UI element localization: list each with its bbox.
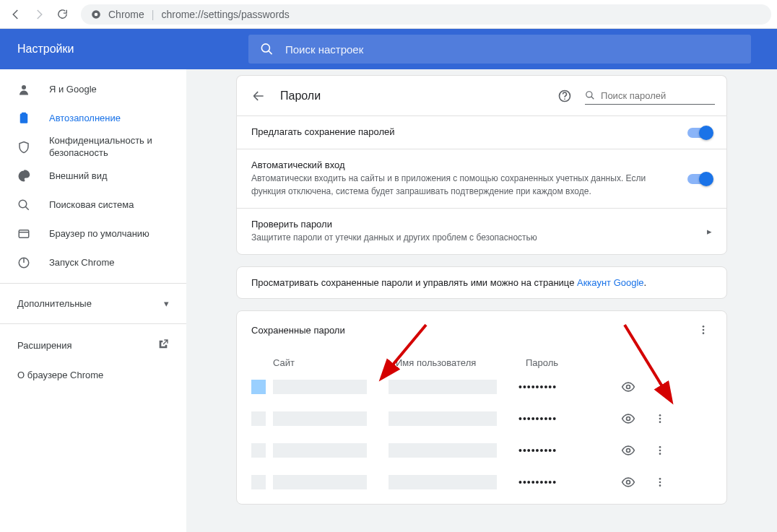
favicon — [251, 475, 266, 489]
offer-save-row: Предлагать сохранение паролей — [237, 116, 726, 149]
settings-header: Настройки — [0, 29, 777, 69]
password-row: ••••••••• — [237, 466, 726, 498]
back-arrow-button[interactable] — [248, 86, 269, 106]
settings-title: Настройки — [17, 43, 248, 56]
sidebar-about[interactable]: О браузере Chrome — [0, 361, 186, 389]
password-search-input[interactable] — [601, 90, 715, 101]
favicon — [251, 380, 266, 394]
sidebar-item-label: Поисковая система — [49, 199, 186, 212]
sidebar-item-you-and-google[interactable]: Я и Google — [0, 75, 186, 104]
svg-line-3 — [269, 51, 272, 54]
saved-passwords-title: Сохраненные пароли — [251, 325, 695, 336]
svg-rect-9 — [19, 230, 29, 238]
sidebar-more[interactable]: Дополнительные ▾ — [0, 289, 186, 318]
password-row-menu[interactable] — [651, 442, 669, 459]
password-masked: ••••••••• — [518, 413, 620, 424]
browser-toolbar: Chrome | chrome://settings/passwords — [0, 0, 777, 29]
col-site: Сайт — [273, 357, 396, 368]
address-product: Chrome — [108, 9, 144, 20]
sidebar-item-search[interactable]: Поисковая система — [0, 191, 186, 219]
saved-passwords-menu[interactable] — [695, 321, 712, 339]
address-bar[interactable]: Chrome | chrome://settings/passwords — [81, 4, 771, 25]
password-masked: ••••••••• — [518, 381, 620, 393]
show-password-button[interactable] — [620, 474, 637, 491]
page-header: Пароли — [236, 75, 727, 115]
show-password-button[interactable] — [620, 378, 637, 396]
sidebar-more-label: Дополнительные — [17, 298, 92, 309]
forward-button[interactable] — [29, 4, 49, 25]
svg-point-22 — [659, 386, 661, 388]
svg-point-31 — [659, 453, 661, 455]
sidebar-item-privacy[interactable]: Конфиденциальность и безопасность — [0, 133, 186, 162]
site-redacted — [273, 475, 367, 489]
svg-point-23 — [659, 389, 661, 391]
sidebar-item-label: Запуск Chrome — [49, 257, 186, 269]
username-redacted — [388, 443, 497, 458]
svg-point-17 — [703, 326, 705, 328]
help-button[interactable] — [556, 87, 573, 105]
svg-point-35 — [659, 484, 661, 487]
sidebar: Я и Google Автозаполнение Конфиденциальн… — [0, 69, 186, 532]
main-content: Пароли Предлагать сохранение паролей — [186, 69, 777, 532]
auto-signin-toggle[interactable] — [687, 174, 712, 184]
svg-point-19 — [703, 332, 705, 334]
site-redacted — [273, 443, 367, 458]
sidebar-item-label: Внешний вид — [49, 170, 186, 183]
svg-point-2 — [261, 44, 269, 52]
site-redacted — [273, 411, 367, 426]
favicon — [251, 411, 266, 426]
sidebar-extensions[interactable]: Расширения — [0, 330, 186, 361]
sidebar-item-startup[interactable]: Запуск Chrome — [0, 248, 186, 277]
page-title: Пароли — [280, 90, 544, 103]
check-passwords-desc: Защитите пароли от утечки данных и други… — [251, 231, 695, 244]
password-columns: Сайт Имя пользователя Пароль — [237, 349, 726, 371]
account-hint: Просматривать сохраненные пароли и управ… — [237, 267, 726, 298]
sidebar-item-label: Конфиденциальность и безопасность — [49, 135, 186, 160]
saved-passwords-header: Сохраненные пароли — [237, 311, 726, 349]
svg-point-15 — [586, 92, 592, 97]
svg-point-1 — [95, 12, 98, 16]
reload-button[interactable] — [52, 4, 72, 25]
external-link-icon — [157, 339, 169, 352]
sidebar-item-appearance[interactable]: Внешний вид — [0, 162, 186, 191]
show-password-button[interactable] — [620, 410, 637, 427]
svg-point-30 — [659, 450, 661, 452]
sidebar-item-autofill[interactable]: Автозаполнение — [0, 104, 186, 133]
show-password-button[interactable] — [620, 442, 637, 459]
svg-point-28 — [627, 449, 630, 453]
col-user: Имя пользователя — [396, 357, 526, 368]
svg-rect-5 — [20, 113, 28, 123]
svg-point-25 — [659, 414, 661, 417]
clipboard-icon — [17, 112, 32, 125]
back-button[interactable] — [6, 4, 26, 25]
palette-icon — [17, 170, 32, 183]
password-row: ••••••••• — [237, 435, 726, 466]
svg-point-34 — [659, 481, 661, 484]
address-url: chrome://settings/passwords — [161, 9, 289, 20]
sidebar-item-label: Браузер по умолчанию — [49, 228, 186, 240]
svg-point-29 — [659, 446, 661, 448]
check-passwords-row[interactable]: Проверить пароли Защитите пароли от утеч… — [237, 208, 726, 254]
search-icon — [260, 42, 274, 56]
svg-point-18 — [703, 329, 705, 331]
offer-save-toggle[interactable] — [687, 128, 712, 138]
svg-point-4 — [22, 85, 26, 90]
svg-line-8 — [25, 206, 29, 210]
settings-search-input[interactable] — [285, 43, 739, 56]
sidebar-item-default-browser[interactable]: Браузер по умолчанию — [0, 219, 186, 248]
password-row-menu[interactable] — [651, 378, 669, 396]
username-redacted — [388, 411, 497, 426]
svg-point-20 — [627, 385, 630, 389]
password-masked: ••••••••• — [518, 476, 620, 488]
password-search[interactable] — [585, 87, 715, 105]
auto-signin-desc: Автоматически входить на сайты и в прило… — [251, 172, 676, 198]
password-row-menu[interactable] — [651, 410, 669, 427]
svg-point-26 — [659, 418, 661, 420]
password-row-menu[interactable] — [651, 474, 669, 491]
settings-search[interactable] — [248, 35, 751, 64]
google-account-link[interactable]: Аккаунт Google — [577, 277, 644, 288]
chrome-icon — [91, 9, 101, 19]
svg-point-21 — [659, 383, 661, 385]
password-masked: ••••••••• — [518, 445, 620, 456]
power-icon — [17, 256, 32, 269]
